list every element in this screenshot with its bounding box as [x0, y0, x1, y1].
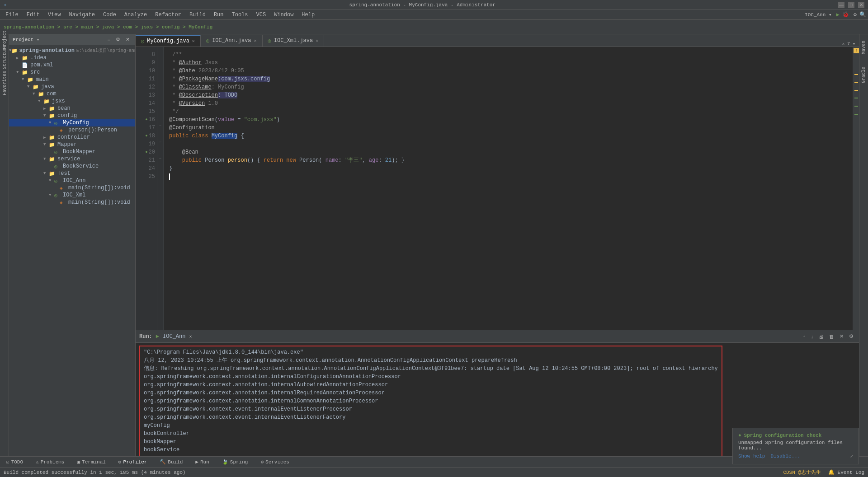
close-panel-btn[interactable]: ✕	[124, 36, 132, 43]
menu-navigate[interactable]: Navigate	[65, 11, 99, 19]
run-config-selector[interactable]: IOC_Ann ▾	[805, 12, 831, 18]
bottom-tab-problems[interactable]: ⚠ Problems	[33, 458, 67, 466]
tree-label-ioc-ann: IOC_Ann	[63, 178, 85, 184]
folder-icon: 📁	[49, 113, 56, 119]
scroll-down-btn[interactable]: ↓	[809, 333, 816, 340]
event-log[interactable]: 🔔 Event Log	[828, 469, 864, 475]
code-area[interactable]: /** * @Author Jsxs * @Date 2023/8/12 9:0…	[164, 47, 853, 330]
settings-btn[interactable]: ⚙	[114, 36, 122, 43]
show-help-link[interactable]: Show help	[738, 454, 765, 459]
tab-myconfig[interactable]: ◎ MyConfig.java ✕	[136, 35, 201, 47]
bottom-tab-todo[interactable]: ☑ TODO	[4, 458, 26, 466]
settings-run-btn[interactable]: ⚙	[847, 332, 855, 340]
scroll-up-btn[interactable]: ↑	[801, 333, 807, 340]
tree-item-idea[interactable]: ▶ 📁 .idea	[9, 54, 135, 61]
tree-item-jsxs[interactable]: ▼ 📁 jsxs	[9, 98, 135, 105]
tree-item-root[interactable]: ▼ 📁 spring-annotation E:\Ideal项目\spring-…	[9, 47, 135, 54]
menu-edit[interactable]: Edit	[23, 11, 43, 19]
spring-label: Spring	[230, 459, 248, 465]
tree-item-ioc-xml[interactable]: ▼ ◎ IOC_Xml	[9, 192, 135, 199]
bottom-tab-terminal[interactable]: ▣ Terminal	[74, 458, 108, 466]
bottom-tab-profiler[interactable]: ⊕ Profiler	[116, 458, 150, 466]
menu-tools[interactable]: Tools	[228, 11, 252, 19]
code-line	[169, 140, 847, 148]
menu-window[interactable]: Window	[270, 11, 297, 19]
tree-item-mapper[interactable]: ▼ 📁 Mapper	[9, 141, 135, 148]
disable-link[interactable]: Disable...	[770, 454, 800, 459]
tree-item-test[interactable]: ▼ 📁 Test	[9, 170, 135, 177]
tree-item-main-ioc-xml[interactable]: ▶ ◈ main(String[]):void	[9, 199, 135, 206]
tree-item-java[interactable]: ▼ 📁 java	[9, 83, 135, 90]
bottom-tab-run[interactable]: ▶ Run	[193, 458, 212, 466]
menu-code[interactable]: Code	[99, 11, 120, 19]
run-output-line: person	[144, 454, 718, 456]
tree-item-main-ioc-ann[interactable]: ▶ ◈ main(String[]):void	[9, 184, 135, 192]
bottom-tab-services[interactable]: ⚙ Services	[258, 458, 292, 466]
run-tab-close[interactable]: ✕	[189, 334, 192, 339]
tab-ioc-ann[interactable]: ◎ IOC_Ann.java ✕	[201, 35, 263, 47]
bottom-tab-spring[interactable]: 🍃 Spring	[219, 458, 251, 466]
tree-item-main[interactable]: ▼ 📁 main	[9, 76, 135, 83]
code-line: * @Description: TODO	[169, 91, 847, 99]
csdn-link[interactable]: CDSN @志士先生	[783, 469, 821, 476]
title-bar-left: ✦	[4, 2, 7, 8]
clear-btn[interactable]: 🗑	[827, 333, 836, 340]
search-icon[interactable]: 🔍	[859, 11, 866, 18]
menu-refactor[interactable]: Refactor	[151, 11, 185, 19]
tree-item-bookservice[interactable]: ▶ ◎ BookService	[9, 163, 135, 170]
menu-run[interactable]: Run	[210, 11, 227, 19]
structure-icon[interactable]: Structure	[1, 53, 8, 61]
menu-help[interactable]: Help	[298, 11, 318, 19]
folder-icon: 📁	[49, 106, 56, 112]
menu-file[interactable]: File	[2, 11, 22, 19]
tree-item-controller[interactable]: ▶ 📁 controller	[9, 134, 135, 141]
tree-item-person-method[interactable]: ▶ ◈ person():Person	[9, 126, 135, 134]
bottom-tab-build[interactable]: 🔨 Build	[157, 458, 185, 466]
run-panel-header: Run: ▶ IOC_Ann ✕ ↑ ↓ 🖨 🗑 ✕ ⚙	[136, 330, 859, 343]
tree-item-src[interactable]: ▼ 📁 src	[9, 69, 135, 76]
menu-build[interactable]: Build	[186, 11, 209, 19]
tab-close[interactable]: ✕	[192, 38, 195, 44]
settings-icon[interactable]: ⚙	[854, 11, 857, 18]
expand-arrow: ▼	[38, 99, 43, 103]
tree-item-bookmapper[interactable]: ▶ ◎ BookMapper	[9, 148, 135, 155]
tree-item-pom[interactable]: ▶ 📄 pom.xml	[9, 61, 135, 69]
notif-checkmark[interactable]: ✓	[850, 454, 853, 459]
debug-button[interactable]: 🐞	[842, 11, 849, 18]
tree-item-service[interactable]: ▼ 📁 service	[9, 155, 135, 163]
tree-label-test: Test	[57, 170, 71, 177]
tree-item-ioc-ann[interactable]: ▼ ◎ IOC_Ann	[9, 177, 135, 184]
tab-close[interactable]: ✕	[254, 38, 257, 43]
folder-icon: 📁	[49, 142, 56, 148]
menu-vcs[interactable]: VCS	[253, 11, 270, 19]
minimize-button[interactable]: —	[838, 2, 844, 8]
project-panel-header: Project ▾ ≡ ⚙ ✕	[9, 34, 135, 45]
right-sidebar: Maven Gradle	[859, 34, 868, 456]
editor-content[interactable]: 8 9 10 11 12 13 14 15 ●16 17 ●18 19 ●20 …	[136, 47, 859, 330]
menu-view[interactable]: View	[44, 11, 65, 19]
code-line: public Person person() { return new Pers…	[169, 156, 847, 164]
gradle-icon[interactable]: Gradle	[859, 65, 868, 85]
run-tab-icon: ▶	[156, 333, 159, 340]
close-button[interactable]: ✕	[858, 2, 864, 8]
class-icon: ◎	[54, 120, 61, 126]
tab-icon: ◎	[206, 37, 209, 44]
run-button[interactable]: ▶	[836, 11, 840, 18]
tree-item-bean[interactable]: ▶ 📁 bean	[9, 105, 135, 112]
maximize-button[interactable]: □	[848, 2, 854, 8]
favorites-icon[interactable]: Favorites	[1, 80, 8, 87]
tab-ioc-xml[interactable]: ◎ IOC_Xml.java ✕	[263, 35, 325, 47]
maven-icon[interactable]: Maven	[859, 39, 868, 56]
tree-item-com[interactable]: ▼ 📁 com	[9, 90, 135, 98]
tree-item-config[interactable]: ▼ 📁 config	[9, 112, 135, 119]
menu-analyze[interactable]: Analyze	[121, 11, 151, 19]
project-icon[interactable]: Project	[1, 36, 8, 43]
print-btn[interactable]: 🖨	[817, 333, 826, 340]
run-tab-label[interactable]: IOC_Ann	[163, 333, 185, 340]
close-run-btn[interactable]: ✕	[838, 332, 845, 340]
collapse-all-btn[interactable]: ≡	[106, 36, 112, 43]
tree-item-myconfig[interactable]: ▼ ◎ MyConfig	[9, 119, 135, 126]
notification-links: Show help Disable... ✓	[738, 454, 853, 459]
folder-icon: 📁	[49, 135, 56, 140]
tab-close[interactable]: ✕	[316, 38, 318, 43]
